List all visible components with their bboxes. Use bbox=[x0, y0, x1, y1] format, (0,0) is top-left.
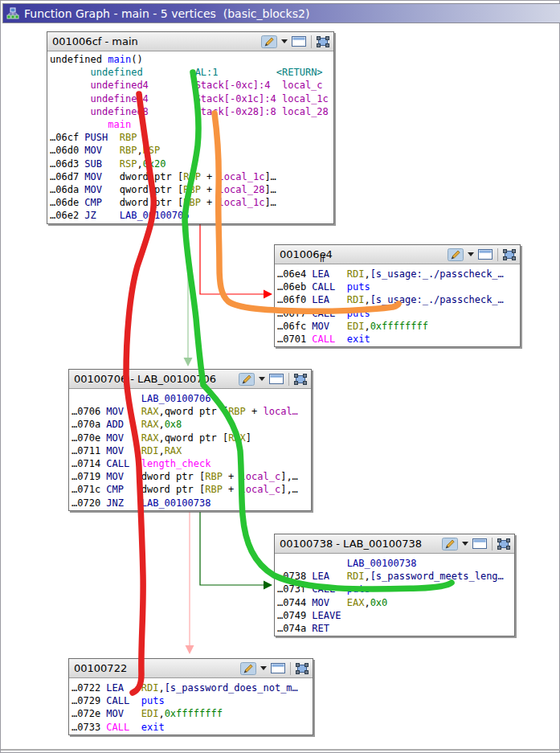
basic-block-001006e4[interactable]: 001006e4 …06e4 LEA RDI,[s_usage:_./passc… bbox=[274, 244, 521, 347]
edge-arrowhead bbox=[184, 358, 193, 366]
edge-jump-arrow[interactable] bbox=[200, 512, 264, 585]
code-line: …0733 CALL exit bbox=[72, 721, 313, 734]
code-line: …06d0 MOV RBP,RSP bbox=[50, 144, 333, 157]
code-line: undefined4 Stack[-0xc]:4 local_c bbox=[50, 79, 333, 92]
block-title: 00100722 bbox=[74, 662, 240, 674]
dropdown-caret-icon[interactable] bbox=[259, 377, 265, 381]
dropdown-caret-icon[interactable] bbox=[260, 666, 267, 670]
group-selection-icon[interactable] bbox=[317, 36, 329, 47]
code-line: …0738 LEA RDI,[s_password_meets_leng… bbox=[277, 570, 514, 583]
block-header[interactable]: 00100738 - LAB_00100738 bbox=[275, 534, 514, 554]
code-line: …06f7 CALL puts bbox=[277, 307, 520, 320]
full-window-icon[interactable] bbox=[478, 249, 493, 260]
block-title: 001006e4 bbox=[280, 248, 448, 260]
code-line: …070a ADD RAX,0x8 bbox=[72, 418, 311, 431]
divider bbox=[290, 662, 291, 675]
code-line: …06eb CALL puts bbox=[277, 280, 520, 293]
code-line: …0714 CALL length_check bbox=[72, 457, 311, 470]
code-line: …06e2 JZ LAB_00100706 bbox=[50, 209, 333, 222]
full-window-icon[interactable] bbox=[271, 663, 285, 673]
edit-label-icon[interactable] bbox=[239, 373, 255, 386]
code-line: undefined4 Stack[-0x1c]:4 local_1c bbox=[50, 92, 333, 105]
code-line: …0744 MOV EAX,0x0 bbox=[277, 596, 514, 609]
divider bbox=[311, 35, 312, 48]
graph-canvas[interactable]: 001006cf - main undefined main() undefin… bbox=[1, 23, 559, 749]
block-code[interactable]: …06e4 LEA RDI,[s_usage:_./passcheck_……06… bbox=[275, 264, 520, 346]
code-line: undefined8 Stack[-0x28]:8 local_28 bbox=[50, 105, 333, 118]
code-line: main bbox=[50, 118, 333, 131]
block-code[interactable]: undefined main() undefined AL:1 <RETURN>… bbox=[47, 51, 333, 223]
code-line: …06f0 LEA RDI,[s_usage:_./passcheck_… bbox=[277, 293, 520, 306]
block-code[interactable]: LAB_00100738…0738 LEA RDI,[s_password_me… bbox=[275, 554, 514, 636]
window-title: Function Graph - main - 5 vertices (basi… bbox=[24, 7, 309, 20]
divider bbox=[492, 538, 493, 550]
block-header[interactable]: 001006e4 bbox=[275, 245, 520, 264]
code-line: …074a RET bbox=[277, 622, 514, 635]
function-graph-icon bbox=[6, 7, 19, 20]
block-header[interactable]: 00100706 - LAB_00100706 bbox=[69, 370, 311, 389]
code-line: …0749 LEAVE bbox=[277, 609, 514, 622]
edit-label-icon[interactable] bbox=[448, 248, 464, 261]
basic-block-00100722[interactable]: 00100722 …0722 LEA RDI,[s_password_does_… bbox=[68, 658, 313, 735]
group-selection-icon[interactable] bbox=[294, 374, 307, 385]
divider bbox=[497, 248, 498, 261]
edge-arrowhead bbox=[186, 645, 194, 654]
code-line: …0729 CALL puts bbox=[72, 694, 313, 707]
dropdown-caret-icon[interactable] bbox=[462, 542, 468, 546]
code-line: LAB_00100706 bbox=[72, 392, 311, 405]
dropdown-caret-icon[interactable] bbox=[281, 39, 288, 43]
block-title: 001006cf - main bbox=[52, 35, 261, 47]
group-selection-icon[interactable] bbox=[497, 538, 510, 550]
edge-arrowhead bbox=[264, 290, 272, 299]
window-titlebar[interactable]: Function Graph - main - 5 vertices (basi… bbox=[2, 3, 560, 23]
code-line: …06da MOV qword ptr [RBP + local_28]… bbox=[50, 183, 333, 196]
code-line: …06de CMP dword ptr [RBP + local_1c]… bbox=[50, 196, 333, 209]
group-selection-icon[interactable] bbox=[503, 249, 516, 260]
full-window-icon[interactable] bbox=[292, 36, 306, 47]
code-line: …0719 MOV dword ptr [RBP + local_c],… bbox=[72, 470, 311, 483]
basic-block-00100706[interactable]: 00100706 - LAB_00100706 LAB_00100706…070… bbox=[68, 369, 312, 511]
edge-arrowhead bbox=[264, 581, 272, 590]
basic-block-00100738[interactable]: 00100738 - LAB_00100738 LAB_00100738…073… bbox=[274, 534, 515, 636]
code-line: …0706 MOV RAX,qword ptr [RBP + local… bbox=[72, 405, 311, 418]
divider bbox=[288, 373, 289, 386]
code-line: …06e4 LEA RDI,[s_usage:_./passcheck_… bbox=[277, 268, 520, 280]
block-code[interactable]: LAB_00100706…0706 MOV RAX,qword ptr [RBP… bbox=[69, 389, 311, 510]
bottom-divider bbox=[1, 749, 560, 751]
code-line: …0701 CALL exit bbox=[277, 333, 520, 346]
edge-label: if bbox=[320, 255, 325, 264]
code-line: …070e MOV RAX,qword ptr [RAX] bbox=[72, 432, 311, 444]
code-line: …06d7 MOV dword ptr [RBP + local_1c]… bbox=[50, 170, 333, 183]
code-line: …06d3 SUB RSP,0x20 bbox=[50, 158, 333, 170]
edit-label-icon[interactable] bbox=[442, 538, 458, 550]
code-line: …06cf PUSH RBP bbox=[50, 131, 333, 144]
basic-block-001006cf[interactable]: 001006cf - main undefined main() undefin… bbox=[47, 31, 334, 224]
block-title: 00100738 - LAB_00100738 bbox=[280, 538, 442, 550]
full-window-icon[interactable] bbox=[472, 538, 487, 549]
edge-fallthrough-arrow[interactable] bbox=[200, 224, 264, 294]
code-line: …0720 JNZ LAB_00100738 bbox=[72, 497, 311, 510]
code-line: …072e MOV EDI,0xffffffff bbox=[72, 707, 313, 720]
code-line: undefined main() bbox=[50, 53, 333, 66]
edit-label-icon[interactable] bbox=[261, 35, 277, 48]
code-line: …06fc MOV EDI,0xffffffff bbox=[277, 320, 520, 333]
function-graph-window: Function Graph - main - 5 vertices (basi… bbox=[0, 0, 560, 753]
block-header[interactable]: 001006cf - main bbox=[47, 32, 333, 51]
code-line: …073f CALL puts bbox=[277, 583, 514, 595]
code-line: …071c CMP dword ptr [RBP + local_c],… bbox=[72, 483, 311, 496]
code-line: LAB_00100738 bbox=[277, 557, 514, 570]
group-selection-icon[interactable] bbox=[296, 663, 309, 674]
dropdown-caret-icon[interactable] bbox=[468, 252, 474, 256]
block-title: 00100706 - LAB_00100706 bbox=[74, 373, 239, 385]
code-line: undefined AL:1 <RETURN> bbox=[50, 66, 333, 79]
full-window-icon[interactable] bbox=[269, 374, 284, 384]
code-line: …0711 MOV RDI,RAX bbox=[72, 444, 311, 457]
block-code[interactable]: …0722 LEA RDI,[s_password_does_not_m……07… bbox=[69, 678, 313, 735]
edit-label-icon[interactable] bbox=[240, 662, 256, 675]
code-line: …0722 LEA RDI,[s_password_does_not_m… bbox=[72, 681, 313, 694]
block-header[interactable]: 00100722 bbox=[69, 659, 313, 678]
